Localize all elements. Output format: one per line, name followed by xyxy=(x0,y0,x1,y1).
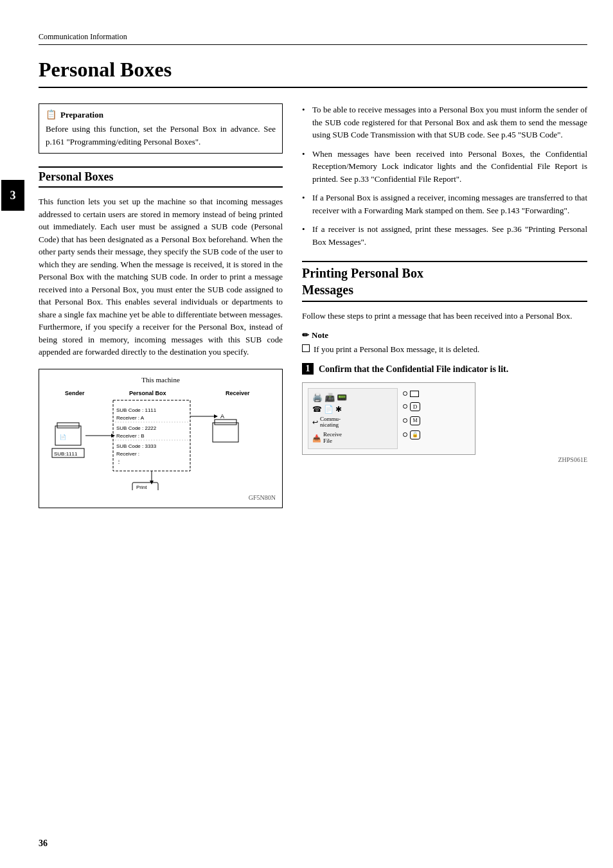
panel-icon-arrow: ↩ xyxy=(312,418,318,427)
left-column: 📋 Preparation Before using this function… xyxy=(39,103,283,508)
right-column: To be able to receive messages into a Pe… xyxy=(302,103,587,508)
printing-body: Follow these steps to print a message th… xyxy=(302,310,587,323)
two-column-layout: 📋 Preparation Before using this function… xyxy=(39,103,587,508)
ind-row-3: M xyxy=(403,416,420,425)
personal-boxes-body: This function lets you set up the machin… xyxy=(39,195,283,359)
printing-section: Printing Personal BoxMessages Follow the… xyxy=(302,261,587,463)
bullet-item-1: To be able to receive messages into a Pe… xyxy=(302,103,587,141)
svg-text:Print: Print xyxy=(136,484,147,490)
ind-circle-4 xyxy=(403,432,407,437)
bullet-item-3: If a Personal Box is assigned a receiver… xyxy=(302,191,587,217)
panel-icon-row-3: ↩ Commu-nicating xyxy=(312,416,393,429)
note-box: ✏ Note If you print a Personal Box messa… xyxy=(302,330,587,356)
ind-row-2: D xyxy=(403,402,420,411)
svg-text:A: A xyxy=(220,413,224,420)
step-1-title: Confirm that the Confidential File indic… xyxy=(319,363,508,376)
panel-icon-3: 📟 xyxy=(337,393,347,403)
personal-boxes-heading: Personal Boxes xyxy=(39,166,283,188)
ind-circle-3 xyxy=(403,418,407,423)
panel-diagram: 🖨️ 📠 📟 ☎ 📄 ✱ ↩ xyxy=(302,382,475,456)
svg-text:⋮: ⋮ xyxy=(116,459,121,465)
svg-text:Sender: Sender xyxy=(65,390,85,396)
diagram-machine-label: This machine xyxy=(46,376,276,384)
note-item: If you print a Personal Box message, it … xyxy=(302,343,587,356)
ind-square-round-2: M xyxy=(410,416,420,425)
note-checkbox xyxy=(302,344,310,352)
svg-text:Receiver : A: Receiver : A xyxy=(116,415,145,421)
note-label: Note xyxy=(312,330,328,341)
svg-rect-21 xyxy=(213,423,238,442)
panel-indicators-right: D M 🔒 xyxy=(403,388,420,450)
svg-rect-4 xyxy=(57,423,79,428)
note-pencil-icon: ✏ xyxy=(302,330,309,341)
panel-diagram-caption: ZHPS061E xyxy=(302,456,587,463)
step-1-title-row: 1 Confirm that the Confidential File ind… xyxy=(302,363,587,376)
bullet-item-2: When messages have been received into Pe… xyxy=(302,148,587,186)
bullet-list: To be able to receive messages into a Pe… xyxy=(302,103,587,248)
note-text: If you print a Personal Box message, it … xyxy=(314,343,479,356)
svg-text:Receiver: Receiver xyxy=(226,390,250,396)
svg-text:SUB Code : 1111: SUB Code : 1111 xyxy=(116,407,157,413)
preparation-text: Before using this function, set the Pers… xyxy=(46,123,276,148)
preparation-title: 📋 Preparation xyxy=(46,109,276,120)
panel-icon-5: 📄 xyxy=(324,405,333,414)
panel-icon-row-2: ☎ 📄 ✱ xyxy=(312,405,393,414)
preparation-heading: Preparation xyxy=(60,110,103,120)
chapter-tab-container: 3 xyxy=(0,0,26,868)
panel-commu-label: Commu-nicating xyxy=(320,416,341,429)
step-1-number: 1 xyxy=(302,363,314,375)
svg-text:SUB:1111: SUB:1111 xyxy=(54,451,78,457)
printing-heading: Printing Personal BoxMessages xyxy=(302,261,587,302)
panel-icon-4: ☎ xyxy=(312,405,322,414)
panel-icon-row-4: 📥 ReceiveFile xyxy=(312,432,393,445)
panel-icon-row-1: 🖨️ 📠 📟 xyxy=(312,393,393,403)
ind-square-round-1: D xyxy=(410,402,420,411)
page-header: Communication Information xyxy=(39,32,587,45)
panel-icon-recv: 📥 xyxy=(312,434,321,443)
panel-icon-1: 🖨️ xyxy=(312,393,323,403)
chapter-number: 3 xyxy=(1,180,24,211)
ind-row-1 xyxy=(403,391,420,397)
svg-text:Receiver :: Receiver : xyxy=(116,451,139,457)
ind-circle-2 xyxy=(403,404,407,409)
svg-rect-3 xyxy=(55,426,81,445)
page-number: 36 xyxy=(39,838,48,849)
ind-square-1 xyxy=(410,391,419,397)
breadcrumb: Communication Information xyxy=(39,32,127,41)
step-1-box: 1 Confirm that the Confidential File ind… xyxy=(302,363,587,463)
ind-square-round-3: 🔒 xyxy=(410,430,420,439)
diagram-svg: Sender Personal Box Receiver 📄 SUB:1111 xyxy=(46,387,264,490)
svg-text:SUB Code : 2222: SUB Code : 2222 xyxy=(116,425,157,431)
panel-icon-2: 📠 xyxy=(324,393,335,403)
ind-circle-1 xyxy=(403,391,407,396)
panel-icons-left: 🖨️ 📠 📟 ☎ 📄 ✱ ↩ xyxy=(308,388,398,450)
note-title: ✏ Note xyxy=(302,330,587,341)
page-title: Personal Boxes xyxy=(39,58,587,88)
panel-icon-6: ✱ xyxy=(335,405,342,414)
bullet-item-4: If a receiver is not assigned, print the… xyxy=(302,223,587,248)
svg-text:📄: 📄 xyxy=(60,434,66,440)
diagram-caption: GF5N80N xyxy=(46,494,276,501)
svg-text:SUB Code : 3333: SUB Code : 3333 xyxy=(116,443,157,449)
svg-rect-22 xyxy=(215,420,236,425)
preparation-icon: 📋 xyxy=(46,109,57,120)
preparation-box: 📋 Preparation Before using this function… xyxy=(39,103,283,154)
main-content: Communication Information Personal Boxes… xyxy=(26,0,613,868)
ind-row-4: 🔒 xyxy=(403,430,420,439)
svg-text:Receiver : B: Receiver : B xyxy=(116,433,145,439)
svg-text:Personal Box: Personal Box xyxy=(129,390,166,396)
diagram-container: This machine Sender Personal Box Receive… xyxy=(39,369,283,508)
panel-recv-label: ReceiveFile xyxy=(323,432,342,445)
